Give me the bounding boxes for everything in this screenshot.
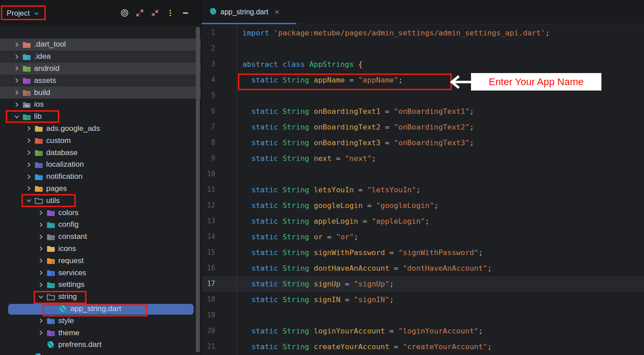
chevron-right-icon[interactable] xyxy=(24,173,34,180)
svg-text:x: x xyxy=(27,91,29,96)
code-line-3[interactable]: 3abstract class AppStrings { xyxy=(202,56,644,72)
code-line-13[interactable]: 13 static String appleLogin = "appleLogi… xyxy=(202,213,644,229)
tree-item-constant[interactable]: ≡constant xyxy=(0,231,201,243)
tree-item-partial[interactable] xyxy=(0,351,201,355)
tree-item-request[interactable]: ≡request xyxy=(0,255,201,267)
code-line-18[interactable]: 18 static String signIN = "signIN"; xyxy=(202,292,644,307)
chevron-right-icon[interactable] xyxy=(12,41,22,48)
tree-item-services[interactable]: Σservices xyxy=(0,267,201,279)
locate-target-icon[interactable] xyxy=(120,9,129,17)
tree-item-custom[interactable]: /custom xyxy=(0,134,201,147)
code-text: abstract class AppStrings { xyxy=(242,56,363,72)
line-number: 17 xyxy=(202,276,215,292)
chevron-right-icon[interactable] xyxy=(24,125,34,132)
tree-item-icons[interactable]: icons xyxy=(0,243,201,255)
tree-item-label: theme xyxy=(58,329,79,338)
project-tree-scrollbar[interactable] xyxy=(196,27,200,352)
folder-icon: ≡ xyxy=(46,233,56,241)
code-line-9[interactable]: 9 static String next = "next"; xyxy=(202,151,644,166)
code-line-10[interactable]: 10 xyxy=(202,166,644,182)
chevron-right-icon[interactable] xyxy=(36,257,46,264)
chevron-right-icon[interactable] xyxy=(24,137,34,144)
tree-item-label: services xyxy=(58,268,86,277)
chevron-right-icon[interactable] xyxy=(36,281,46,288)
chevron-right-icon[interactable] xyxy=(36,221,46,228)
code-line-7[interactable]: 7 static String onBoardingText2 = "onBoa… xyxy=(202,119,644,135)
expand-all-icon[interactable] xyxy=(135,9,144,17)
chevron-down-icon[interactable] xyxy=(24,197,34,204)
tree-item-assets[interactable]: •assets xyxy=(0,74,201,87)
project-view-selector[interactable]: Project xyxy=(0,9,39,17)
chevron-right-icon[interactable] xyxy=(36,329,46,337)
chevron-right-icon[interactable] xyxy=(36,209,46,216)
code-line-11[interactable]: 11 static String letsYouIn = "letsYouIn"… xyxy=(202,182,644,198)
dart-file-icon xyxy=(34,353,43,355)
more-options-icon[interactable] xyxy=(166,9,175,17)
chevron-right-icon[interactable] xyxy=(36,317,46,325)
tree-item-localization[interactable]: •localization xyxy=(0,159,201,171)
chevron-right-icon[interactable] xyxy=(12,65,22,72)
code-line-19[interactable]: 19 xyxy=(202,307,644,323)
close-tab-icon[interactable]: × xyxy=(275,8,280,16)
tree-item-colors[interactable]: •colors xyxy=(0,207,201,219)
tree-item--dart-tool[interactable]: .dart_tool xyxy=(0,39,201,51)
tree-item-prefrens-dart[interactable]: prefrens.dart xyxy=(0,339,201,351)
code-line-15[interactable]: 15 static String signWithPassword = "sig… xyxy=(202,245,644,260)
chevron-right-icon[interactable] xyxy=(12,101,22,108)
code-line-2[interactable]: 2 xyxy=(202,41,644,56)
tree-item-android[interactable]: •android xyxy=(0,63,201,75)
code-line-16[interactable]: 16 static String dontHaveAnAccount = "do… xyxy=(202,260,644,276)
code-line-1[interactable]: 1import 'package:metube/pages/admin_sett… xyxy=(202,25,644,41)
chevron-right-icon[interactable] xyxy=(12,77,22,84)
tree-item-label: lib xyxy=(34,112,42,121)
chevron-right-icon[interactable] xyxy=(36,245,46,252)
code-line-8[interactable]: 8 static String onBoardingText3 = "onBoa… xyxy=(202,135,644,151)
code-text: static String onBoardingText1 = "onBoard… xyxy=(242,104,474,119)
chevron-right-icon[interactable] xyxy=(36,269,46,277)
chevron-right-icon[interactable] xyxy=(24,161,34,168)
tree-item-style[interactable]: ≡style xyxy=(0,315,201,327)
hide-panel-icon[interactable] xyxy=(181,9,190,17)
tab-app-string-dart[interactable]: app_string.dart × xyxy=(202,0,296,24)
chevron-right-icon[interactable] xyxy=(24,185,34,192)
tree-item-lib[interactable]: •lib xyxy=(0,111,201,123)
tree-item-build[interactable]: xbuild xyxy=(0,87,201,99)
tree-item-notification[interactable]: •notification xyxy=(0,171,201,183)
tree-item-label: request xyxy=(58,256,84,265)
svg-text:•: • xyxy=(27,67,29,72)
tree-item--idea[interactable]: •.idea xyxy=(0,51,201,63)
code-line-6[interactable]: 6 static String onBoardingText1 = "onBoa… xyxy=(202,104,644,119)
tree-item-pages[interactable]: •pages xyxy=(0,183,201,195)
code-line-12[interactable]: 12 static String googleLogin = "googleLo… xyxy=(202,198,644,213)
code-line-20[interactable]: 20 static String loginYourAccount = "log… xyxy=(202,323,644,339)
chevron-right-icon[interactable] xyxy=(12,89,22,96)
line-number: 16 xyxy=(202,260,215,276)
svg-text:*: * xyxy=(52,283,53,288)
svg-text:•: • xyxy=(52,332,53,336)
chevron-right-icon[interactable] xyxy=(36,233,46,240)
svg-text:•: • xyxy=(27,79,29,84)
code-line-14[interactable]: 14 static String or = "or"; xyxy=(202,229,644,245)
code-line-21[interactable]: 21 static String createYourAccount = "cr… xyxy=(202,339,644,355)
project-panel-title: Project xyxy=(7,9,30,17)
folder-icon: * xyxy=(46,281,56,289)
tree-item-string[interactable]: string xyxy=(0,291,201,303)
tree-item-theme[interactable]: •theme xyxy=(0,327,201,339)
tree-item-app-string-dart[interactable]: app_string.dart xyxy=(0,303,201,315)
tree-item-ios[interactable]: iosios xyxy=(0,99,201,111)
tree-item-ads-google-ads[interactable]: ads.google_ads xyxy=(0,123,201,135)
tree-item-config[interactable]: *config xyxy=(0,219,201,231)
chevron-down-icon[interactable] xyxy=(33,10,39,17)
chevron-right-icon[interactable] xyxy=(12,53,22,60)
dart-file-icon xyxy=(58,305,68,313)
code-line-17[interactable]: 17 static String signUp = "signUp"; xyxy=(202,276,644,292)
tree-item-utils[interactable]: utils xyxy=(0,195,201,207)
chevron-down-icon[interactable] xyxy=(12,113,22,120)
tree-item-database[interactable]: ≡database xyxy=(0,147,201,159)
collapse-all-icon[interactable] xyxy=(151,9,160,17)
chevron-right-icon[interactable] xyxy=(24,149,34,156)
line-number: 2 xyxy=(202,41,215,56)
chevron-down-icon[interactable] xyxy=(36,293,46,300)
tree-item-settings[interactable]: *settings xyxy=(0,279,201,291)
tree-item-label: constant xyxy=(58,232,87,241)
